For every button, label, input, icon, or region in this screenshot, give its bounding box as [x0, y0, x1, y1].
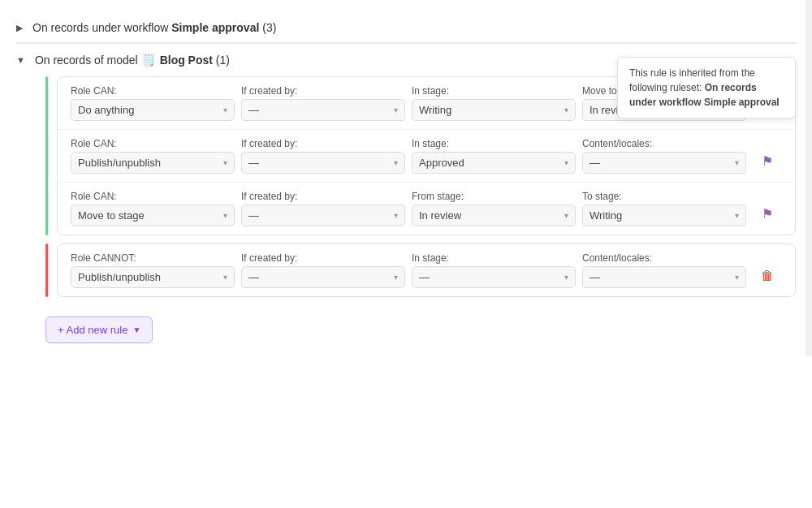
rule-3-col2-label: If created by:: [241, 191, 405, 202]
rule-2-col2-value: —: [248, 157, 259, 169]
rule-4-col4-value: —: [590, 271, 600, 283]
rule-4-col2: If created by: — ▾: [241, 252, 405, 288]
rule-3-col1: Role CAN: Move to stage ▾: [71, 191, 235, 226]
rule-4-col3-select[interactable]: — ▾: [412, 266, 576, 288]
rule-1-col1-value: Do anything: [78, 104, 134, 116]
simple-approval-label: On records under workflow Simple approva…: [32, 21, 276, 34]
expand-icon[interactable]: ▼: [16, 55, 25, 65]
rule-2-col4-label: Content/locales:: [582, 138, 746, 149]
rule-4-col4-select[interactable]: — ▾: [582, 266, 746, 288]
rule-1-col1-label: Role CAN:: [71, 85, 235, 97]
caret-icon: ▾: [735, 211, 739, 220]
rule-1-col3-label: In stage:: [412, 85, 576, 97]
model-name: Blog Post: [160, 54, 213, 67]
rule-2-col3-label: In stage:: [412, 138, 576, 149]
simple-approval-row: ▶ On records under workflow Simple appro…: [16, 13, 796, 43]
add-rule-button[interactable]: + Add new rule ▼: [45, 316, 153, 343]
rule-2-col1-select[interactable]: Publish/unpublish ▾: [71, 152, 235, 174]
workflow-count: (3): [262, 21, 276, 34]
caret-icon: ▾: [394, 105, 398, 114]
rule-2-col2-select[interactable]: — ▾: [241, 152, 405, 174]
caret-icon: ▾: [394, 158, 398, 167]
rule-4-col1-select[interactable]: Publish/unpublish ▾: [71, 266, 235, 288]
rule-2-col1: Role CAN: Publish/unpublish ▾: [71, 138, 235, 174]
rule-1-col2-label: If created by:: [241, 85, 405, 97]
rule-1-col1-select[interactable]: Do anything ▾: [71, 99, 235, 121]
rule-2-col3-select[interactable]: Approved ▾: [412, 152, 576, 174]
rule-4-delete-action[interactable]: 🗑: [753, 269, 782, 288]
rule-4-col3-label: In stage:: [412, 252, 576, 264]
rule-4-row: Role CANNOT: Publish/unpublish ▾ If crea…: [58, 244, 795, 296]
rule-3-col3-label: From stage:: [412, 191, 576, 202]
rule-3-col3-select[interactable]: In review ▾: [412, 204, 576, 226]
inherit-icon: ⚑: [762, 153, 773, 169]
caret-icon: ▾: [735, 158, 739, 167]
rule-3-col3-value: In review: [419, 209, 461, 222]
rule-4-col2-label: If created by:: [241, 252, 405, 264]
model-label: On records of model 🗒️Blog Post (1): [35, 54, 230, 67]
caret-icon: ▾: [394, 273, 398, 282]
rule-4-col1-value: Publish/unpublish: [78, 271, 161, 283]
model-icon: 🗒️: [141, 54, 155, 67]
rule-4-col2-value: —: [248, 271, 259, 283]
rule-4-col3: In stage: — ▾: [412, 252, 576, 288]
caret-icon: ▾: [223, 211, 227, 220]
caret-icon: ▾: [223, 105, 227, 114]
delete-icon: 🗑: [761, 269, 774, 283]
rule-1-col3: In stage: Writing ▾: [412, 85, 576, 121]
rule-3-col4-label: To stage:: [582, 191, 746, 202]
rule-4-col1-label: Role CANNOT:: [71, 252, 235, 264]
rule-3-col3: From stage: In review ▾: [412, 191, 576, 226]
caret-icon: ▾: [564, 273, 568, 282]
rule-3-col4-select[interactable]: Writing ▾: [582, 204, 746, 226]
rule-1-col2-select[interactable]: — ▾: [241, 99, 405, 121]
rule-4-col2-select[interactable]: — ▾: [241, 266, 405, 288]
rule-3-col4-value: Writing: [590, 209, 622, 222]
add-rule-caret-icon: ▼: [132, 325, 140, 334]
workflow-name: Simple approval: [171, 21, 259, 34]
caret-icon: ▾: [223, 273, 227, 282]
caret-icon: ▾: [564, 105, 568, 114]
rule-1-col3-select[interactable]: Writing ▾: [412, 99, 576, 121]
tooltip-box: This rule is inherited from the followin…: [617, 57, 796, 118]
rule-3-col2: If created by: — ▾: [241, 191, 405, 226]
rule-3-col2-select[interactable]: — ▾: [241, 204, 405, 226]
rule-3-col4: To stage: Writing ▾: [582, 191, 746, 226]
rule-2-col4-value: —: [590, 157, 600, 169]
caret-icon: ▾: [394, 211, 398, 220]
page-container: ▶ On records under workflow Simple appro…: [0, 0, 812, 356]
add-rule-label: + Add new rule: [58, 324, 127, 336]
rule-4-col3-value: —: [419, 271, 430, 283]
rule-1-col2-value: —: [248, 104, 259, 116]
rule-2-col1-value: Publish/unpublish: [78, 157, 161, 169]
rule-2-col4: Content/locales: — ▾: [582, 138, 746, 174]
rule-1-col3-value: Writing: [419, 104, 451, 116]
scrollbar[interactable]: [806, 0, 812, 356]
caret-icon: ▾: [564, 158, 568, 167]
rule-2-col2-label: If created by:: [241, 138, 405, 149]
rule-2-row: Role CAN: Publish/unpublish ▾ If created…: [58, 130, 795, 182]
rule-4-col4: Content/locales: — ▾: [582, 252, 746, 288]
rule-3-col1-select[interactable]: Move to stage ▾: [71, 204, 235, 226]
model-count: (1): [216, 54, 230, 67]
rule-2-col3-value: Approved: [419, 157, 464, 169]
rule-1-col1: Role CAN: Do anything ▾: [71, 85, 235, 121]
rule-1-col2: If created by: — ▾: [241, 85, 405, 121]
rule-2-col3: In stage: Approved ▾: [412, 138, 576, 174]
caret-icon: ▾: [735, 273, 739, 282]
rule-3-row: Role CAN: Move to stage ▾ If created by:…: [58, 183, 795, 235]
inherit-icon: ⚑: [762, 206, 773, 222]
caret-icon: ▾: [223, 158, 227, 167]
rule-3-col1-label: Role CAN:: [71, 191, 235, 202]
rule-4-col4-label: Content/locales:: [582, 252, 746, 264]
rule-3-action[interactable]: ⚑: [753, 206, 782, 226]
rule-2-col4-select[interactable]: — ▾: [582, 152, 746, 174]
rule-4-col1: Role CANNOT: Publish/unpublish ▾: [71, 252, 235, 288]
red-rules-section: Role CANNOT: Publish/unpublish ▾ If crea…: [45, 243, 796, 297]
rule-3-col1-value: Move to stage: [78, 209, 145, 222]
rule-2-action[interactable]: ⚑: [753, 153, 782, 174]
collapse-icon[interactable]: ▶: [16, 23, 23, 33]
rule-3-col2-value: —: [248, 209, 259, 222]
red-rule-card: Role CANNOT: Publish/unpublish ▾ If crea…: [57, 243, 796, 297]
caret-icon: ▾: [564, 211, 568, 220]
